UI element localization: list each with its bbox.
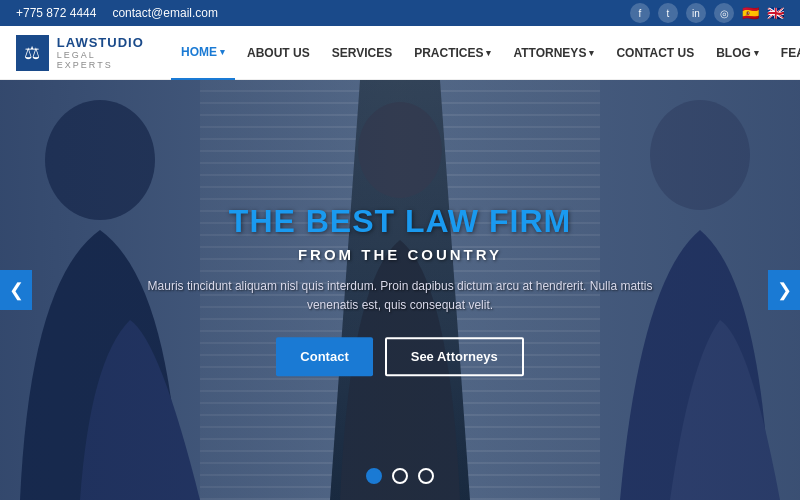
carousel-next-button[interactable]: ❯ <box>768 270 800 310</box>
hero-description: Mauris tincidunt aliquam nisl quis inter… <box>140 277 660 315</box>
carousel-dot-2[interactable] <box>392 468 408 484</box>
logo-text: LAWSTUDIO LEGAL EXPERTS <box>57 35 147 70</box>
see-attorneys-button[interactable]: See Attorneys <box>385 338 524 377</box>
carousel-dots <box>366 468 434 484</box>
carousel-prev-button[interactable]: ❮ <box>0 270 32 310</box>
nav-item-home[interactable]: HOME ▾ <box>171 26 235 80</box>
instagram-icon[interactable]: ◎ <box>714 3 734 23</box>
carousel-dot-3[interactable] <box>418 468 434 484</box>
navbar: ⚖ LAWSTUDIO LEGAL EXPERTS HOME ▾ ABOUT U… <box>0 26 800 80</box>
nav-item-about[interactable]: ABOUT US <box>237 26 320 80</box>
carousel-dot-1[interactable] <box>366 468 382 484</box>
phone-number[interactable]: +775 872 4444 <box>16 6 96 20</box>
nav-item-practices[interactable]: PRACTICES ▾ <box>404 26 501 80</box>
hero-title: THE BEST LAW FIRM <box>140 203 660 240</box>
chevron-down-icon: ▾ <box>220 47 225 57</box>
top-bar: +775 872 4444 contact@email.com f t in ◎… <box>0 0 800 26</box>
logo-icon: ⚖ <box>16 35 49 71</box>
twitter-icon[interactable]: t <box>658 3 678 23</box>
chevron-down-icon: ▾ <box>589 48 594 58</box>
chevron-down-icon: ▾ <box>486 48 491 58</box>
email-address[interactable]: contact@email.com <box>112 6 218 20</box>
nav-item-attorneys[interactable]: ATTORNEYS ▾ <box>503 26 604 80</box>
top-bar-contact: +775 872 4444 contact@email.com <box>16 6 218 20</box>
chevron-down-icon: ▾ <box>754 48 759 58</box>
linkedin-icon[interactable]: in <box>686 3 706 23</box>
nav-item-blog[interactable]: BLOG ▾ <box>706 26 769 80</box>
logo[interactable]: ⚖ LAWSTUDIO LEGAL EXPERTS <box>16 35 147 71</box>
facebook-icon[interactable]: f <box>630 3 650 23</box>
top-bar-social: f t in ◎ 🇪🇸 🇬🇧 <box>630 3 784 23</box>
nav-item-features[interactable]: FEATURES ▾ <box>771 26 800 80</box>
nav-menu: HOME ▾ ABOUT US SERVICES PRACTICES ▾ ATT… <box>171 26 800 80</box>
hero-subtitle: FROM THE COUNTRY <box>140 246 660 263</box>
hero-title-accent: RM <box>519 203 571 239</box>
logo-title: LAWSTUDIO <box>57 35 147 50</box>
nav-item-services[interactable]: SERVICES <box>322 26 402 80</box>
hero-buttons: Contact See Attorneys <box>140 338 660 377</box>
hero-section: THE BEST LAW FIRM FROM THE COUNTRY Mauri… <box>0 80 800 500</box>
logo-subtitle: LEGAL EXPERTS <box>57 50 147 70</box>
nav-item-contact[interactable]: CONTACT US <box>606 26 704 80</box>
flag-gb[interactable]: 🇬🇧 <box>767 5 784 21</box>
contact-button[interactable]: Contact <box>276 338 372 377</box>
hero-content: THE BEST LAW FIRM FROM THE COUNTRY Mauri… <box>140 203 660 376</box>
flag-es[interactable]: 🇪🇸 <box>742 5 759 21</box>
